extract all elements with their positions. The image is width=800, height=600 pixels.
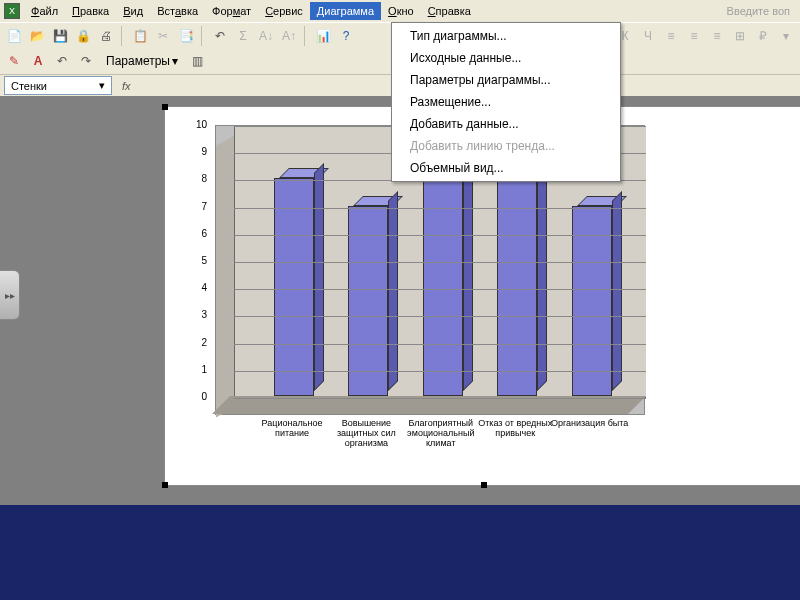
name-box[interactable]: Стенки▾ bbox=[4, 76, 112, 95]
app-icon: X bbox=[4, 3, 20, 19]
x-tick-label: Отказ от вредных привычек bbox=[476, 419, 554, 439]
save-icon[interactable]: 💾 bbox=[50, 26, 70, 46]
x-tick-label: Благоприятный эмоциональный климат bbox=[402, 419, 480, 449]
x-tick-label: Рациональное питание bbox=[253, 419, 331, 439]
align-right-icon: ≡ bbox=[707, 26, 727, 46]
dropdown-item[interactable]: Исходные данные... bbox=[392, 47, 620, 69]
parameters-button[interactable]: Параметры▾ bbox=[100, 52, 184, 70]
redo2-icon[interactable]: ↷ bbox=[76, 51, 96, 71]
chevron-down-icon: ▾ bbox=[172, 54, 178, 68]
menu-view[interactable]: Вид bbox=[116, 2, 150, 20]
y-tick-label: 7 bbox=[177, 201, 207, 212]
font-color-icon[interactable]: A bbox=[28, 51, 48, 71]
selection-handle[interactable] bbox=[162, 104, 168, 110]
currency-icon: ₽ bbox=[753, 26, 773, 46]
gridline bbox=[234, 262, 646, 263]
menu-file[interactable]: Файл bbox=[24, 2, 65, 20]
by-row-icon[interactable]: ▥ bbox=[188, 51, 208, 71]
sum-icon: Σ bbox=[233, 26, 253, 46]
gridline bbox=[234, 371, 646, 372]
y-tick-label: 4 bbox=[177, 282, 207, 293]
underline-button: Ч bbox=[638, 26, 658, 46]
task-pane-tab[interactable]: ▸▸ bbox=[0, 270, 20, 320]
gridline bbox=[234, 235, 646, 236]
chart-side-wall bbox=[216, 136, 234, 418]
gridline bbox=[234, 208, 646, 209]
y-tick-label: 5 bbox=[177, 255, 207, 266]
y-tick-label: 10 bbox=[177, 119, 207, 130]
paste-icon[interactable]: 📋 bbox=[130, 26, 150, 46]
dropdown-item: Добавить линию тренда... bbox=[392, 135, 620, 157]
selection-handle[interactable] bbox=[481, 482, 487, 488]
ask-a-question[interactable]: Введите воп bbox=[727, 5, 796, 17]
dropdown-item[interactable]: Добавить данные... bbox=[392, 113, 620, 135]
undo-icon[interactable]: ↶ bbox=[210, 26, 230, 46]
chart-wizard-icon[interactable]: 📊 bbox=[313, 26, 333, 46]
selection-handle[interactable] bbox=[162, 482, 168, 488]
y-tick-label: 3 bbox=[177, 309, 207, 320]
dropdown-item[interactable]: Тип диаграммы... bbox=[392, 25, 620, 47]
menubar: X Файл Правка Вид Вставка Формат Сервис … bbox=[0, 0, 800, 22]
align-left-icon: ≡ bbox=[661, 26, 681, 46]
menu-insert[interactable]: Вставка bbox=[150, 2, 205, 20]
print-icon[interactable]: 🖨 bbox=[96, 26, 116, 46]
y-tick-label: 1 bbox=[177, 364, 207, 375]
more-icon: ▾ bbox=[776, 26, 796, 46]
dropdown-item[interactable]: Объемный вид... bbox=[392, 157, 620, 179]
open-icon[interactable]: 📂 bbox=[27, 26, 47, 46]
gridline bbox=[234, 316, 646, 317]
new-icon[interactable]: 📄 bbox=[4, 26, 24, 46]
gridline bbox=[234, 344, 646, 345]
dropdown-item[interactable]: Размещение... bbox=[392, 91, 620, 113]
x-tick-label: Вовышение защитных сил организма bbox=[327, 419, 405, 449]
menu-edit[interactable]: Правка bbox=[65, 2, 116, 20]
menu-format[interactable]: Формат bbox=[205, 2, 258, 20]
format-object-icon[interactable]: ✎ bbox=[4, 51, 24, 71]
menu-chart[interactable]: Диаграмма bbox=[310, 2, 381, 20]
copy-icon: 📑 bbox=[176, 26, 196, 46]
gridline bbox=[234, 289, 646, 290]
undo2-icon[interactable]: ↶ bbox=[52, 51, 72, 71]
sort-desc-icon: A↑ bbox=[279, 26, 299, 46]
y-tick-label: 8 bbox=[177, 173, 207, 184]
align-center-icon: ≡ bbox=[684, 26, 704, 46]
merge-icon: ⊞ bbox=[730, 26, 750, 46]
chart-menu-dropdown[interactable]: Тип диаграммы...Исходные данные...Параме… bbox=[391, 22, 621, 182]
sort-asc-icon: A↓ bbox=[256, 26, 276, 46]
y-tick-label: 2 bbox=[177, 337, 207, 348]
chevron-down-icon[interactable]: ▾ bbox=[99, 79, 105, 92]
y-tick-label: 0 bbox=[177, 391, 207, 402]
y-tick-label: 6 bbox=[177, 228, 207, 239]
help-icon[interactable]: ? bbox=[336, 26, 356, 46]
gridline bbox=[234, 398, 646, 399]
menu-window[interactable]: Окно bbox=[381, 2, 421, 20]
permission-icon[interactable]: 🔒 bbox=[73, 26, 93, 46]
fx-label[interactable]: fx bbox=[122, 80, 131, 92]
dropdown-item[interactable]: Параметры диаграммы... bbox=[392, 69, 620, 91]
menu-tools[interactable]: Сервис bbox=[258, 2, 310, 20]
y-tick-label: 9 bbox=[177, 146, 207, 157]
x-tick-label: Организация быта bbox=[551, 419, 629, 429]
cut-icon: ✂ bbox=[153, 26, 173, 46]
menu-help[interactable]: Справка bbox=[421, 2, 478, 20]
bar[interactable] bbox=[274, 178, 314, 396]
